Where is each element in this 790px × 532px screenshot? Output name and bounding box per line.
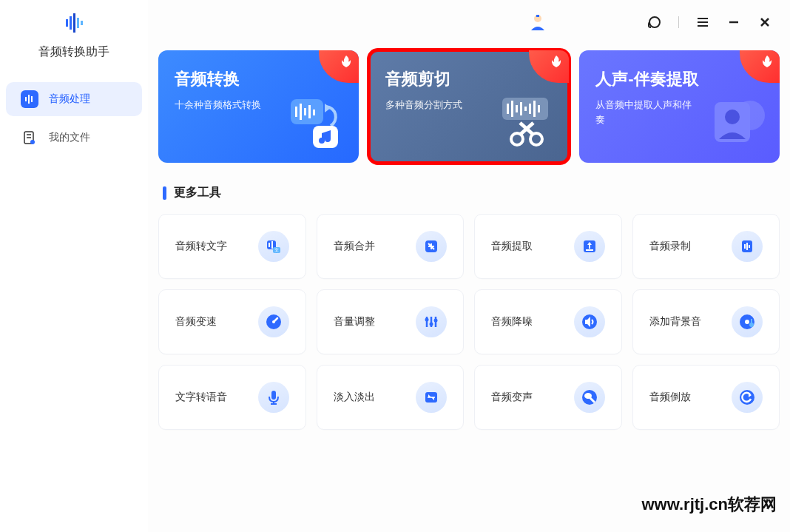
svg-rect-2 — [73, 13, 75, 33]
svg-point-65 — [430, 323, 433, 326]
nav: 音频处理 我的文件 — [0, 82, 148, 159]
voice-change-icon — [574, 382, 605, 413]
merge-icon — [416, 231, 447, 262]
tool-extract[interactable]: 音频提取 — [474, 214, 622, 279]
main: 音频转换 十余种音频格式转换 音频剪切 多种音频分割方 — [148, 0, 790, 532]
svg-rect-6 — [28, 95, 30, 104]
speed-icon — [258, 306, 289, 337]
svg-point-11 — [30, 140, 35, 144]
tool-denoise[interactable]: 音频降噪 — [474, 289, 622, 354]
section-bar-icon — [163, 186, 166, 200]
section-title: 更多工具 — [174, 185, 221, 201]
svg-rect-4 — [81, 21, 83, 25]
tool-label: 淡入淡出 — [334, 391, 375, 404]
svg-text:文: 文 — [274, 247, 279, 252]
bgm-icon — [732, 306, 763, 337]
my-files-icon — [21, 129, 38, 147]
close-icon[interactable] — [757, 15, 772, 30]
svg-rect-34 — [524, 107, 527, 111]
svg-rect-30 — [507, 104, 509, 114]
sidebar-item-audio-process[interactable]: 音频处理 — [6, 82, 142, 116]
svg-point-63 — [425, 318, 429, 322]
tool-label: 音频变速 — [175, 315, 217, 329]
tool-merge[interactable]: 音频合并 — [317, 214, 465, 279]
svg-point-44 — [725, 110, 740, 124]
feature-title: 人声-伴奏提取 — [595, 68, 763, 90]
svg-rect-46 — [269, 243, 270, 247]
feature-title: 音频转换 — [175, 68, 342, 90]
tool-voice-change[interactable]: 音频变声 — [474, 365, 622, 430]
menu-icon[interactable] — [695, 15, 710, 30]
cut-icon — [498, 93, 556, 151]
app-title: 音频转换助手 — [38, 44, 109, 60]
svg-rect-32 — [516, 105, 518, 112]
logo: 音频转换助手 — [38, 12, 109, 60]
svg-point-61 — [272, 320, 275, 323]
tool-bgm[interactable]: 添加背景音 — [632, 289, 780, 354]
separator — [678, 16, 679, 28]
tool-label: 音频倒放 — [649, 391, 691, 404]
svg-rect-33 — [520, 102, 522, 115]
tool-tts[interactable]: 文字转语音 — [158, 365, 306, 430]
audio-process-icon — [21, 90, 38, 108]
section-header: 更多工具 — [163, 185, 780, 201]
svg-point-70 — [745, 320, 749, 324]
svg-rect-23 — [300, 104, 302, 120]
convert-icon — [288, 93, 345, 151]
tool-audio-to-text[interactable]: 音频转文字 文 — [158, 214, 306, 279]
tts-icon — [258, 382, 289, 413]
feature-desc: 十余种音频格式转换 — [175, 98, 278, 112]
fade-icon — [416, 382, 447, 413]
feature-desc: 从音频中提取人声和伴奏 — [595, 98, 699, 127]
tool-label: 音频变声 — [491, 391, 533, 404]
feature-card-voice-extract[interactable]: 人声-伴奏提取 从音频中提取人声和伴奏 — [579, 50, 780, 163]
svg-rect-3 — [77, 18, 79, 28]
tool-label: 文字转语音 — [175, 391, 227, 404]
denoise-icon — [574, 306, 605, 337]
svg-rect-26 — [313, 110, 315, 115]
minimize-icon[interactable] — [726, 15, 741, 30]
tool-label: 音频提取 — [491, 240, 533, 253]
tool-reverse[interactable]: 音频倒放 — [632, 365, 780, 430]
svg-rect-58 — [749, 245, 750, 248]
svg-rect-5 — [25, 97, 27, 101]
svg-rect-36 — [533, 101, 536, 117]
tool-speed[interactable]: 音频变速 — [158, 289, 306, 354]
feature-card-convert[interactable]: 音频转换 十余种音频格式转换 — [158, 50, 359, 163]
svg-rect-24 — [304, 108, 306, 115]
feature-desc: 多种音频分割方式 — [385, 98, 489, 112]
svg-rect-7 — [31, 96, 33, 102]
feature-card-cut[interactable]: 音频剪切 多种音频分割方式 — [369, 50, 570, 163]
svg-rect-0 — [66, 19, 68, 27]
svg-rect-73 — [271, 391, 276, 400]
tool-grid: 音频转文字 文 音频合并 音频提取 音频录制 音频变速 音量调整 — [158, 214, 780, 430]
topbar — [158, 7, 780, 37]
svg-rect-47 — [271, 241, 273, 249]
support-icon[interactable] — [647, 15, 662, 30]
svg-rect-31 — [511, 101, 513, 117]
voice-extract-icon — [709, 93, 766, 151]
svg-rect-1 — [70, 16, 72, 30]
svg-rect-57 — [746, 243, 748, 250]
tool-label: 音频转文字 — [175, 240, 227, 253]
tool-record[interactable]: 音频录制 — [632, 214, 780, 279]
tool-label: 音量调整 — [334, 315, 375, 329]
tool-volume[interactable]: 音量调整 — [317, 289, 465, 354]
feature-title: 音频剪切 — [385, 68, 553, 90]
tool-fade[interactable]: 淡入淡出 — [317, 365, 465, 430]
sidebar-item-my-files[interactable]: 我的文件 — [6, 121, 142, 155]
svg-point-67 — [434, 319, 438, 323]
tool-label: 添加背景音 — [649, 315, 701, 329]
svg-rect-56 — [744, 244, 746, 249]
reverse-icon — [732, 382, 763, 413]
audio-to-text-icon: 文 — [258, 231, 289, 262]
svg-marker-27 — [325, 104, 331, 112]
svg-point-14 — [649, 17, 660, 27]
app-logo-icon — [63, 12, 85, 34]
sidebar: 音频转换助手 音频处理 我的文件 — [0, 0, 148, 532]
svg-rect-37 — [538, 105, 540, 112]
svg-rect-35 — [529, 104, 531, 114]
avatar-icon[interactable] — [528, 13, 547, 32]
sidebar-item-label: 音频处理 — [49, 92, 90, 106]
svg-rect-25 — [308, 105, 311, 118]
